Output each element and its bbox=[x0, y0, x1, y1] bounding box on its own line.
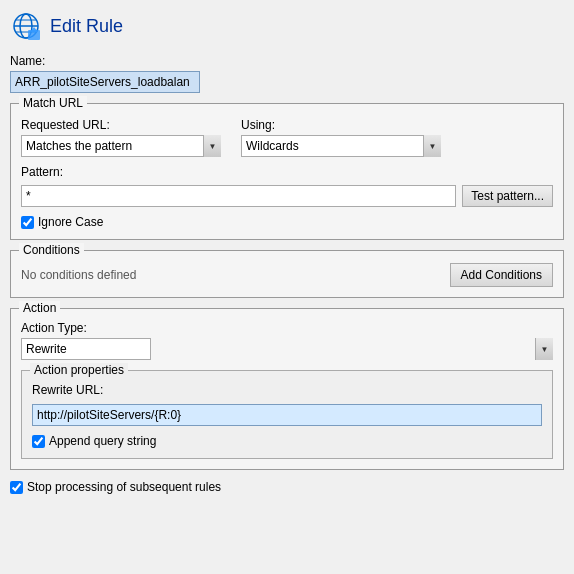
using-select-wrapper: Wildcards Regular Expressions Exact Matc… bbox=[241, 135, 441, 157]
conditions-legend: Conditions bbox=[19, 243, 84, 257]
requested-url-label: Requested URL: bbox=[21, 118, 221, 132]
stop-processing-label[interactable]: Stop processing of subsequent rules bbox=[27, 480, 221, 494]
append-query-string-row: Append query string bbox=[32, 434, 542, 448]
match-url-section: Match URL Requested URL: Matches the pat… bbox=[10, 103, 564, 240]
pattern-section: Pattern: Test pattern... bbox=[21, 165, 553, 207]
conditions-row: No conditions defined Add Conditions bbox=[21, 263, 553, 287]
add-conditions-button[interactable]: Add Conditions bbox=[450, 263, 553, 287]
action-properties-legend: Action properties bbox=[30, 363, 128, 377]
edit-rule-icon bbox=[10, 10, 42, 42]
pattern-input[interactable] bbox=[21, 185, 456, 207]
action-type-select-wrapper: Rewrite Redirect Custom response Abort r… bbox=[21, 338, 553, 360]
requested-url-field: Requested URL: Matches the pattern Does … bbox=[21, 118, 221, 157]
match-url-legend: Match URL bbox=[19, 96, 87, 110]
stop-processing-checkbox[interactable] bbox=[10, 481, 23, 494]
action-type-field: Action Type: Rewrite Redirect Custom res… bbox=[21, 321, 553, 360]
test-pattern-button[interactable]: Test pattern... bbox=[462, 185, 553, 207]
page-header: Edit Rule bbox=[10, 10, 564, 42]
url-using-row: Requested URL: Matches the pattern Does … bbox=[21, 118, 553, 157]
action-type-arrow bbox=[535, 338, 553, 360]
using-field: Using: Wildcards Regular Expressions Exa… bbox=[241, 118, 441, 157]
ignore-case-label[interactable]: Ignore Case bbox=[38, 215, 103, 229]
append-query-string-checkbox[interactable] bbox=[32, 435, 45, 448]
using-select[interactable]: Wildcards Regular Expressions Exact Matc… bbox=[241, 135, 441, 157]
name-label: Name: bbox=[10, 54, 564, 68]
action-type-label: Action Type: bbox=[21, 321, 553, 335]
rewrite-url-label: Rewrite URL: bbox=[32, 383, 542, 397]
using-label: Using: bbox=[241, 118, 441, 132]
name-input[interactable] bbox=[10, 71, 200, 93]
stop-processing-row: Stop processing of subsequent rules bbox=[10, 480, 564, 494]
rewrite-url-field: Rewrite URL: bbox=[32, 383, 542, 426]
requested-url-select[interactable]: Matches the pattern Does not match the p… bbox=[21, 135, 221, 157]
action-legend: Action bbox=[19, 301, 60, 315]
conditions-section: Conditions No conditions defined Add Con… bbox=[10, 250, 564, 298]
action-section: Action Action Type: Rewrite Redirect Cus… bbox=[10, 308, 564, 470]
requested-url-select-wrapper: Matches the pattern Does not match the p… bbox=[21, 135, 221, 157]
no-conditions-text: No conditions defined bbox=[21, 268, 136, 282]
rewrite-url-input[interactable] bbox=[32, 404, 542, 426]
action-properties-group: Action properties Rewrite URL: Append qu… bbox=[21, 370, 553, 459]
pattern-row: Test pattern... bbox=[21, 185, 553, 207]
append-query-string-label[interactable]: Append query string bbox=[49, 434, 156, 448]
ignore-case-row: Ignore Case bbox=[21, 215, 553, 229]
action-type-select[interactable]: Rewrite Redirect Custom response Abort r… bbox=[21, 338, 151, 360]
page-title: Edit Rule bbox=[50, 16, 123, 37]
ignore-case-checkbox[interactable] bbox=[21, 216, 34, 229]
pattern-label: Pattern: bbox=[21, 165, 553, 179]
name-section: Name: bbox=[10, 54, 564, 93]
